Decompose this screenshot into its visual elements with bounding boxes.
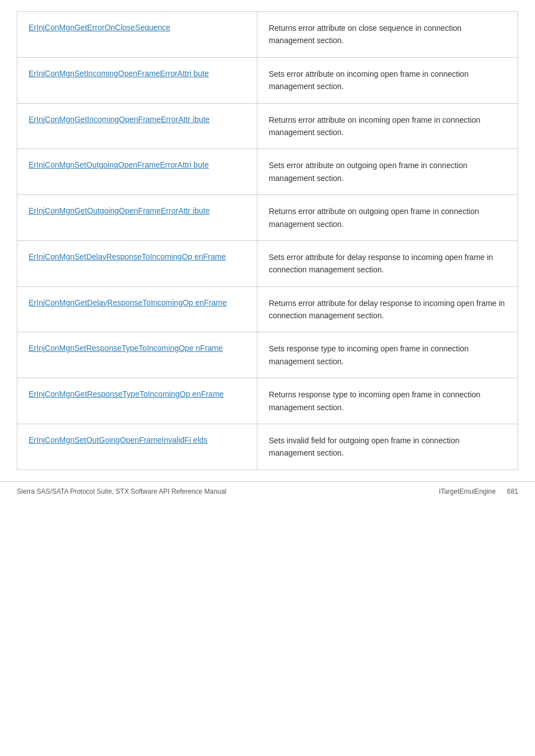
page-footer: Sierra SAS/SATA Protocol Suite, STX Soft… <box>0 481 535 501</box>
api-description-text: Returns error attribute on close sequenc… <box>269 24 462 45</box>
api-description-cell: Returns error attribute on incoming open… <box>257 104 518 149</box>
footer-page-number: 681 <box>507 488 518 495</box>
api-description-text: Sets invalid field for outgoing open fra… <box>269 436 459 457</box>
footer-page-info: ITargetEmulEngine 681 <box>439 488 518 495</box>
table-row: ErInjConMgnSetResponseTypeToIncomingOpe … <box>17 332 518 378</box>
api-function-cell: ErInjConMgnGetOutgoingOpenFrameErrorAttr… <box>17 195 257 240</box>
api-function-link[interactable]: ErInjConMgnSetDelayResponseToIncomingOp … <box>29 252 226 261</box>
api-description-text: Returns error attribute on incoming open… <box>269 115 480 137</box>
table-row: ErInjConMgnGetOutgoingOpenFrameErrorAttr… <box>17 195 518 241</box>
api-description-cell: Returns error attribute on outgoing open… <box>257 195 518 240</box>
api-function-cell: ErInjConMgnSetIncomingOpenFrameErrorAttr… <box>17 58 257 103</box>
api-function-link[interactable]: ErInjConMgnSetOutGoingOpenFrameInvalidFi… <box>29 435 207 444</box>
api-function-link[interactable]: ErInjConMgnGetDelayResponseToIncomingOp … <box>29 298 227 307</box>
table-row: ErInjConMgnGetResponseTypeToIncomingOp e… <box>17 378 518 424</box>
api-description-cell: Sets error attribute on incoming open fr… <box>257 58 518 103</box>
api-description-text: Sets error attribute on incoming open fr… <box>269 69 468 91</box>
api-function-link[interactable]: ErInjConMgnGetErrorOnCloseSequence <box>29 23 170 32</box>
api-description-cell: Sets error attribute for delay response … <box>257 241 518 286</box>
api-function-link[interactable]: ErInjConMgnSetOutgoingOpenFrameErrorAttr… <box>29 160 209 169</box>
api-description-cell: Sets invalid field for outgoing open fra… <box>257 424 518 470</box>
table-row: ErInjConMgnGetErrorOnCloseSequenceReturn… <box>17 12 518 58</box>
api-function-link[interactable]: ErInjConMgnGetOutgoingOpenFrameErrorAttr… <box>29 206 210 215</box>
table-row: ErInjConMgnSetOutGoingOpenFrameInvalidFi… <box>17 424 518 470</box>
api-function-link[interactable]: ErInjConMgnGetIncomingOpenFrameErrorAttr… <box>29 115 210 124</box>
table-row: ErInjConMgnGetDelayResponseToIncomingOp … <box>17 287 518 333</box>
api-description-cell: Returns response type to incoming open f… <box>257 378 518 424</box>
api-description-cell: Sets error attribute on outgoing open fr… <box>257 149 518 194</box>
api-description-text: Returns response type to incoming open f… <box>269 390 480 411</box>
table-row: ErInjConMgnGetIncomingOpenFrameErrorAttr… <box>17 104 518 150</box>
table-row: ErInjConMgnSetOutgoingOpenFrameErrorAttr… <box>17 149 518 195</box>
page-wrapper: ErInjConMgnGetErrorOnCloseSequenceReturn… <box>0 0 535 501</box>
api-description-text: Returns error attribute for delay respon… <box>269 299 505 320</box>
api-description-cell: Sets response type to incoming open fram… <box>257 332 518 378</box>
api-function-cell: ErInjConMgnSetOutgoingOpenFrameErrorAttr… <box>17 149 257 194</box>
api-function-link[interactable]: ErInjConMgnSetResponseTypeToIncomingOpe … <box>29 344 223 353</box>
api-table: ErInjConMgnGetErrorOnCloseSequenceReturn… <box>17 11 518 470</box>
api-function-cell: ErInjConMgnGetResponseTypeToIncomingOp e… <box>17 378 257 424</box>
api-function-link[interactable]: ErInjConMgnGetResponseTypeToIncomingOp e… <box>29 389 224 398</box>
api-description-text: Sets error attribute on outgoing open fr… <box>269 161 467 182</box>
api-description-text: Sets error attribute for delay response … <box>269 253 493 274</box>
api-function-cell: ErInjConMgnSetResponseTypeToIncomingOpe … <box>17 332 257 378</box>
api-description-cell: Returns error attribute for delay respon… <box>257 287 518 332</box>
api-function-cell: ErInjConMgnSetDelayResponseToIncomingOp … <box>17 241 257 286</box>
footer-title: Sierra SAS/SATA Protocol Suite, STX Soft… <box>17 488 227 495</box>
api-function-cell: ErInjConMgnSetOutGoingOpenFrameInvalidFi… <box>17 424 257 470</box>
table-row: ErInjConMgnSetIncomingOpenFrameErrorAttr… <box>17 58 518 104</box>
api-description-cell: Returns error attribute on close sequenc… <box>257 12 518 57</box>
api-function-cell: ErInjConMgnGetDelayResponseToIncomingOp … <box>17 287 257 332</box>
table-row: ErInjConMgnSetDelayResponseToIncomingOp … <box>17 241 518 287</box>
api-description-text: Sets response type to incoming open fram… <box>269 344 468 365</box>
api-function-link[interactable]: ErInjConMgnSetIncomingOpenFrameErrorAttr… <box>29 69 209 78</box>
api-description-text: Returns error attribute on outgoing open… <box>269 207 479 228</box>
footer-section-label: ITargetEmulEngine <box>439 488 496 495</box>
api-function-cell: ErInjConMgnGetIncomingOpenFrameErrorAttr… <box>17 104 257 149</box>
api-function-cell: ErInjConMgnGetErrorOnCloseSequence <box>17 12 257 57</box>
